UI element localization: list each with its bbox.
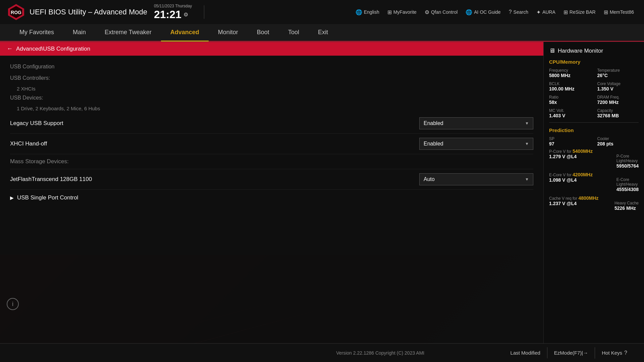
expand-arrow-icon: ▶ — [10, 195, 14, 200]
capacity-label: Capacity — [597, 108, 639, 113]
nav-extreme[interactable]: Extreme Tweaker — [95, 24, 161, 42]
pcore-lh-sub: Light/Heavy — [616, 159, 639, 163]
sp-value: 97 — [549, 141, 591, 146]
ratio-label: Ratio — [549, 95, 591, 100]
mass-storage-row: Mass Storage Devices: — [10, 154, 533, 169]
ezmode-label: EzMode(F7)|→ — [554, 350, 588, 356]
time-area: 21:21 ⚙ — [154, 8, 188, 21]
tool-memtest[interactable]: ⊞ MemTest86 — [600, 8, 637, 17]
datetime-area: 05/11/2023 Thursday 21:21 ⚙ — [154, 4, 192, 21]
tool-resizebar[interactable]: ⊞ ReSize BAR — [560, 8, 599, 17]
pcore-v-value: 1.279 V @L4 — [549, 154, 577, 169]
nav-advanced[interactable]: Advanced — [161, 24, 209, 42]
myfavorite-icon: ⊞ — [387, 9, 392, 15]
cpu-stats-grid: Frequency 5800 MHz Temperature 26°C BCLK… — [549, 68, 639, 118]
cache-v-value: 1.237 V @L4 — [549, 201, 577, 211]
tool-aioc[interactable]: 🌐 AI OC Guide — [462, 8, 504, 17]
temperature-value: 26°C — [597, 73, 639, 78]
dram-freq-label: DRAM Freq. — [597, 95, 639, 100]
tool-search[interactable]: ? Search — [505, 8, 532, 16]
heavy-cache-value: 5226 MHz — [614, 205, 639, 211]
dram-freq-value: 7200 MHz — [597, 100, 639, 105]
cooler-label: Cooler — [597, 136, 639, 141]
jetflash-dropdown[interactable]: Auto ▼ — [419, 173, 533, 185]
cooler-stat: Cooler 208 pts — [597, 136, 639, 146]
sp-stat: SP 97 — [549, 136, 591, 146]
tool-aura[interactable]: ✦ AURA — [533, 8, 559, 17]
ezmode-button[interactable]: EzMode(F7)|→ — [547, 347, 595, 358]
dropdown-arrow-xhci: ▼ — [525, 141, 529, 146]
nav-main[interactable]: Main — [63, 24, 95, 42]
settings-icon[interactable]: ⚙ — [183, 11, 188, 18]
nav-tool[interactable]: Tool — [279, 24, 309, 42]
jetflash-value: Auto — [424, 176, 435, 182]
legacy-usb-dropdown[interactable]: Enabled ▼ — [419, 117, 533, 129]
back-button[interactable]: ← — [7, 45, 13, 52]
usb-devices-label: USB Devices: — [10, 94, 533, 102]
capacity-stat: Capacity 32768 MB — [597, 108, 639, 118]
footer: Version 2.22.1286 Copyright (C) 2023 AMI… — [0, 343, 644, 362]
sp-label: SP — [549, 136, 591, 141]
legacy-usb-row: Legacy USB Support Enabled ▼ — [10, 113, 533, 134]
ecore-v-freq: 4200MHz — [573, 172, 593, 177]
nav-boot[interactable]: Boot — [248, 24, 279, 42]
svg-text:ROG: ROG — [11, 10, 21, 15]
pcore-v-row: P-Core V for 5400MHz 1.279 V @L4 P-Core … — [549, 148, 639, 169]
nav-favorites[interactable]: My Favorites — [10, 24, 63, 42]
content-area: ← Advanced\USB Configuration USB Configu… — [0, 42, 543, 344]
usb-single-port-row[interactable]: ▶ USB Single Port Control — [10, 190, 533, 206]
dram-freq-stat: DRAM Freq. 7200 MHz — [597, 95, 639, 105]
xhci-value: Enabled — [424, 141, 443, 147]
usb-controllers-value: 2 XHCIs — [10, 85, 533, 92]
footer-version: Version 2.22.1286 Copyright (C) 2023 AMI — [257, 350, 504, 356]
frequency-stat: Frequency 5800 MHz — [549, 68, 591, 78]
header-tools: 🌐 English ⊞ MyFavorite ⚙ Qfan Control 🌐 … — [214, 8, 637, 17]
ecore-lh-value: 4555/4308 — [616, 187, 639, 192]
frequency-label: Frequency — [549, 68, 591, 73]
app-title: UEFI BIOS Utility – Advanced Mode — [30, 8, 147, 16]
tool-english[interactable]: 🌐 English — [352, 8, 383, 17]
nav-exit[interactable]: Exit — [309, 24, 337, 42]
prediction-grid: SP 97 Cooler 208 pts — [549, 136, 639, 146]
footer-right: Last Modified EzMode(F7)|→ Hot Keys ? — [504, 347, 634, 359]
capacity-value: 32768 MB — [597, 113, 639, 118]
xhci-dropdown[interactable]: Enabled ▼ — [419, 138, 533, 150]
hotkeys-icon: ? — [624, 350, 627, 356]
usb-config-header: USB Configuration — [10, 62, 533, 71]
core-voltage-value: 1.350 V — [597, 86, 639, 92]
xhci-label: XHCI Hand-off — [10, 140, 47, 147]
right-panel: 🖥 Hardware Monitor CPU/Memory Frequency … — [543, 42, 644, 344]
ecore-v-row: E-Core V for 4200MHz 1.098 V @L4 E-Core … — [549, 172, 639, 192]
ecore-v-value: 1.098 V @L4 — [549, 177, 577, 192]
date-display: 05/11/2023 Thursday — [154, 4, 192, 8]
cooler-value: 208 pts — [597, 141, 639, 146]
header-divider — [204, 5, 204, 19]
nav-monitor[interactable]: Monitor — [209, 24, 248, 42]
core-voltage-stat: Core Voltage 1.350 V — [597, 81, 639, 92]
jetflash-label: JetFlashTranscend 128GB 1100 — [10, 176, 92, 183]
info-button[interactable]: i — [7, 298, 19, 310]
usb-devices-value: 1 Drive, 2 Keyboards, 2 Mice, 6 Hubs — [10, 105, 533, 112]
tool-qfan[interactable]: ⚙ Qfan Control — [421, 8, 461, 17]
ratio-value: 58x — [549, 100, 591, 105]
mc-volt-value: 1.403 V — [549, 113, 591, 118]
mass-storage-label: Mass Storage Devices: — [10, 158, 69, 165]
navbar: My Favorites Main Extreme Tweaker Advanc… — [0, 24, 644, 42]
prediction-title: Prediction — [549, 127, 639, 133]
hotkeys-button[interactable]: Hot Keys ? — [595, 347, 634, 359]
frequency-value: 5800 MHz — [549, 73, 591, 78]
search-icon: ? — [509, 9, 512, 15]
aura-icon: ✦ — [536, 9, 541, 15]
last-modified-button[interactable]: Last Modified — [504, 347, 547, 358]
tool-myfavorite[interactable]: ⊞ MyFavorite — [384, 8, 420, 17]
ecore-v-label: E-Core V for 4200MHz — [549, 172, 639, 177]
time-display: 21:21 — [154, 8, 181, 21]
core-voltage-label: Core Voltage — [597, 81, 639, 86]
panel-title: 🖥 Hardware Monitor — [549, 47, 639, 54]
pcore-v-label: P-Core V for 5400MHz — [549, 148, 639, 154]
temperature-label: Temperature — [597, 68, 639, 73]
heavy-cache-label: Heavy Cache — [614, 201, 639, 205]
cache-v-label: Cache V req for 4800MHz — [549, 195, 639, 201]
monitor-icon: 🖥 — [549, 47, 555, 54]
cache-v-row: Cache V req for 4800MHz 1.237 V @L4 Heav… — [549, 195, 639, 211]
